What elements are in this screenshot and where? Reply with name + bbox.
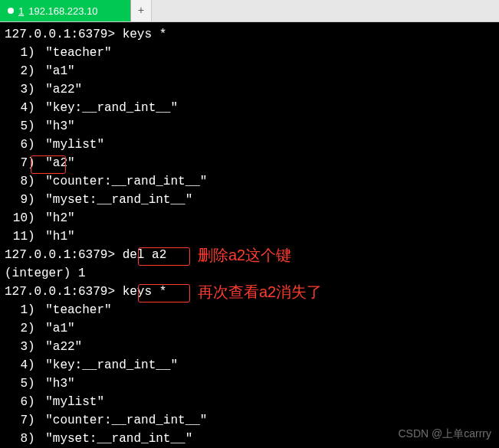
list-item: 3) "a22"	[5, 80, 494, 99]
list-item: 5) "h3"	[5, 117, 494, 136]
item-value: "a22"	[42, 80, 82, 99]
item-value: "counter:__rand_int__"	[42, 172, 207, 191]
item-index: 1	[5, 44, 28, 62]
item-value: "h1"	[42, 227, 74, 246]
paren: )	[28, 136, 42, 154]
item-value: "myset:__rand_int__"	[42, 191, 192, 209]
item-value: "mylist"	[42, 136, 104, 154]
paren: )	[28, 62, 42, 80]
item-index: 6	[5, 393, 28, 411]
list-item: 1) "teacher"	[5, 301, 494, 319]
item-value: "a22"	[42, 338, 82, 356]
paren: )	[28, 44, 42, 62]
paren: )	[28, 209, 42, 227]
command-keys: keys *	[123, 283, 167, 301]
item-value: "counter:__rand_int__"	[42, 411, 207, 430]
list-item: 8) "myset:__rand_int__"	[5, 430, 494, 448]
paren: )	[28, 117, 42, 136]
item-value: "teacher"	[42, 44, 111, 62]
list-item: 2) "a1"	[5, 62, 494, 80]
window: 1 192.168.223.10 + 127.0.0.1:6379> keys …	[0, 0, 499, 448]
item-index: 5	[5, 374, 28, 393]
item-value: "myset:__rand_int__"	[42, 430, 192, 448]
add-tab-button[interactable]: +	[131, 0, 152, 21]
item-index: 9	[5, 191, 28, 209]
list-item: 6) "mylist"	[5, 393, 494, 411]
item-index: 3	[5, 338, 28, 356]
paren: )	[28, 301, 42, 319]
prompt: 127.0.0.1:6379>	[5, 246, 123, 264]
terminal[interactable]: 127.0.0.1:6379> keys *1) "teacher"2) "a1…	[0, 22, 499, 448]
paren: )	[28, 319, 42, 338]
item-value: "key:__rand_int__"	[42, 99, 178, 117]
item-index: 4	[5, 356, 28, 374]
tab-bar: 1 192.168.223.10 +	[0, 0, 499, 22]
paren: )	[28, 374, 42, 393]
paren: )	[28, 99, 42, 117]
list-item: 10) "h2"	[5, 209, 494, 227]
item-value: "a1"	[42, 62, 74, 80]
item-value: "key:__rand_int__"	[42, 356, 178, 374]
item-index: 3	[5, 80, 28, 99]
item-value: "h2"	[42, 209, 74, 227]
list-item: 3) "a22"	[5, 338, 494, 356]
paren: )	[28, 227, 42, 246]
item-value: "mylist"	[42, 393, 104, 411]
list-item: 8) "counter:__rand_int__"	[5, 172, 494, 191]
prompt-line: 127.0.0.1:6379> del a2	[5, 246, 494, 264]
response-integer: (integer) 1	[5, 264, 494, 283]
item-index: 4	[5, 99, 28, 117]
paren: )	[28, 80, 42, 99]
list-item: 1) "teacher"	[5, 44, 494, 62]
list-item: 11) "h1"	[5, 227, 494, 246]
list-item: 4) "key:__rand_int__"	[5, 356, 494, 374]
plus-icon: +	[138, 5, 144, 17]
paren: )	[28, 154, 42, 172]
list-item: 5) "h3"	[5, 374, 494, 393]
tab-status-dot	[8, 8, 14, 14]
list-item: 4) "key:__rand_int__"	[5, 99, 494, 117]
paren: )	[28, 411, 42, 430]
item-index: 7	[5, 411, 28, 430]
item-index: 8	[5, 430, 28, 448]
item-index: 1	[5, 301, 28, 319]
item-index: 7	[5, 154, 28, 172]
item-value: "h3"	[42, 117, 74, 136]
item-value: "a1"	[42, 319, 74, 338]
list-item: 9) "myset:__rand_int__"	[5, 191, 494, 209]
item-index: 11	[5, 227, 28, 246]
item-value: "teacher"	[42, 301, 111, 319]
item-index: 8	[5, 172, 28, 191]
item-index: 5	[5, 117, 28, 136]
list-item: 6) "mylist"	[5, 136, 494, 154]
tab-session-1[interactable]: 1 192.168.223.10	[0, 0, 131, 21]
paren: )	[28, 191, 42, 209]
paren: )	[28, 172, 42, 191]
item-index: 2	[5, 62, 28, 80]
tab-title: 192.168.223.10	[28, 5, 97, 17]
paren: )	[28, 430, 42, 448]
paren: )	[28, 338, 42, 356]
command-del: del a2	[123, 246, 167, 264]
item-value: "a2"	[42, 154, 74, 172]
paren: )	[28, 356, 42, 374]
command-keys: keys *	[123, 25, 167, 44]
prompt-line: 127.0.0.1:6379> keys *	[5, 25, 494, 44]
list-item: 7) "a2"	[5, 154, 494, 172]
item-index: 6	[5, 136, 28, 154]
tab-index: 1	[18, 5, 24, 17]
paren: )	[28, 393, 42, 411]
list-item: 2) "a1"	[5, 319, 494, 338]
item-value: "h3"	[42, 374, 74, 393]
item-index: 2	[5, 319, 28, 338]
prompt: 127.0.0.1:6379>	[5, 283, 123, 301]
list-item: 7) "counter:__rand_int__"	[5, 411, 494, 430]
prompt: 127.0.0.1:6379>	[5, 25, 123, 44]
prompt-line: 127.0.0.1:6379> keys *	[5, 283, 494, 301]
item-index: 10	[5, 209, 28, 227]
